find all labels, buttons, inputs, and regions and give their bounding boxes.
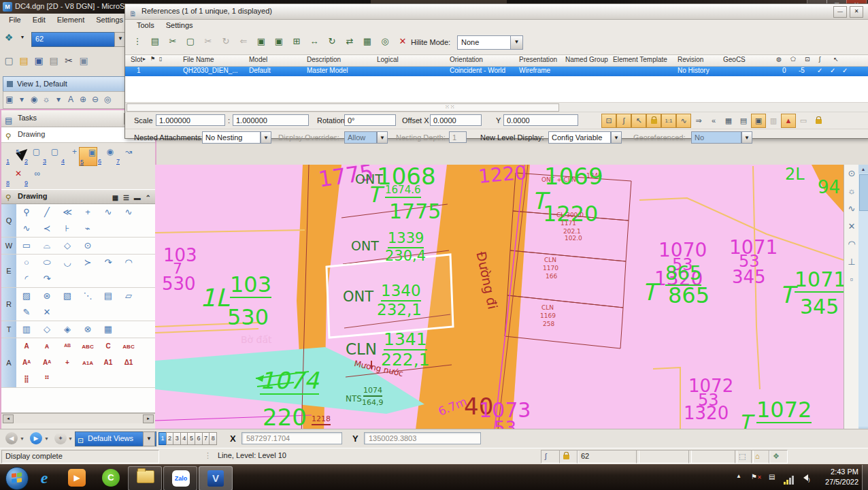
attachment-toggle-icon[interactable]: ⊡ <box>601 114 616 128</box>
task-shortcut-2[interactable]: ▢2 <box>24 147 41 165</box>
palette-tool-icon[interactable]: ╱ <box>37 204 57 220</box>
new-level-display-combo[interactable]: Config Variable <box>548 131 611 144</box>
section-view-icons[interactable]: ▦ ☰ ▬ ⌃ <box>112 191 152 204</box>
dialog-toolbar-icon[interactable]: ⊞ <box>288 34 305 49</box>
palette-tool-icon[interactable]: ◜ <box>16 271 37 287</box>
header-toggle-icon[interactable]: ⊡ <box>805 56 810 63</box>
palette-tool-icon[interactable]: ▨ <box>16 288 37 304</box>
rotation-field[interactable]: 0° <box>344 114 396 126</box>
dialog-hscrollbar[interactable]: ⁙⁙ <box>125 103 868 112</box>
std-toolbar-icon[interactable]: ▢ <box>1 53 16 68</box>
new-level-drop-icon[interactable]: ▼ <box>611 131 622 144</box>
task-shortcut-8[interactable]: ✕8 <box>5 169 22 186</box>
dialog-toolbar-icon[interactable]: ◎ <box>377 34 393 49</box>
palette-tool-icon[interactable]: Aᴬ <box>16 355 37 371</box>
offset-y-field[interactable]: 0.0000 <box>503 114 578 126</box>
view-toolbar-icon[interactable]: ⊖ <box>89 92 101 107</box>
scale-ref-field[interactable]: 1.000000 <box>233 114 309 126</box>
lock-icon[interactable] <box>559 450 578 463</box>
task-shortcut-6[interactable]: ◉6 <box>97 147 114 165</box>
view-toggle-8[interactable]: 8 <box>209 432 217 445</box>
column-header[interactable]: Orientation <box>450 56 483 63</box>
palette-tool-icon[interactable]: ⊗ <box>78 321 98 338</box>
dialog-toolbar-icon[interactable]: ⇐ <box>235 34 252 49</box>
menu-settings[interactable]: Settings <box>96 16 123 24</box>
task-shortcut-4[interactable]: +4 <box>61 147 78 165</box>
dialog-toolbar-icon[interactable]: ▤ <box>147 34 163 49</box>
file-explorer-taskbar-button[interactable] <box>128 466 162 490</box>
dialog-toolbar-icon[interactable]: ✂ <box>165 34 181 49</box>
palette-tool-icon[interactable]: ᴀ <box>37 338 57 355</box>
std-toolbar-icon[interactable]: ▣ <box>31 53 46 68</box>
column-header[interactable]: Named Group <box>565 56 608 63</box>
view-tool-icon[interactable]: ⊙ <box>844 165 859 182</box>
dialog-toolbar-icon[interactable]: ⇄ <box>341 34 358 49</box>
palette-tool-icon[interactable]: ▥ <box>16 321 37 338</box>
view-toolbar-icon[interactable]: A <box>65 92 77 107</box>
attachment-toggle-icon[interactable]: ▤ <box>736 114 751 128</box>
georeferenced-drop-icon[interactable]: ▼ <box>741 131 752 144</box>
palette-tool-icon[interactable]: ≻ <box>78 255 98 271</box>
column-header[interactable]: Revision <box>678 56 703 63</box>
attachment-toggle-icon[interactable]: ▭ <box>796 114 811 128</box>
menu-element[interactable]: Element <box>57 16 84 24</box>
task-shortcut-9[interactable]: ∞9 <box>24 169 41 186</box>
palette-tool-icon[interactable]: ⠛ <box>37 371 57 387</box>
attachment-toggle-icon[interactable]: « <box>706 114 721 128</box>
attachment-toggle-icon[interactable]: ↖ <box>631 114 646 128</box>
view-toolbar-icon[interactable]: ◉ <box>28 92 40 107</box>
nested-drop-icon[interactable]: ▼ <box>261 131 271 144</box>
palette-tool-icon[interactable]: A1A <box>78 355 98 372</box>
coccoc-browser-icon[interactable]: C <box>102 469 120 487</box>
attachment-toggle-icon[interactable]: ▥ <box>766 114 781 128</box>
attachment-toggle-icon[interactable]: ▣ <box>751 114 766 128</box>
column-header[interactable]: Description <box>307 56 341 63</box>
attachment-toggle-icon[interactable]: ʃ <box>616 114 631 128</box>
view-tool-icon[interactable]: ▫ <box>844 271 859 289</box>
std-toolbar-icon[interactable]: ✂ <box>61 53 76 68</box>
task-shortcut-3[interactable]: ▢3 <box>42 147 59 165</box>
palette-tool-icon[interactable]: ABC <box>78 339 98 355</box>
dialog-close-icon[interactable]: ✕ <box>850 6 863 18</box>
scroll-left-icon[interactable]: ◂ <box>3 414 14 423</box>
std-toolbar-icon[interactable]: ▣ <box>76 53 91 68</box>
scroll-right-icon[interactable]: ▸ <box>143 414 154 423</box>
std-toolbar-icon[interactable]: ▤ <box>16 53 31 68</box>
task-shortcut-7[interactable]: ↝7 <box>116 147 133 165</box>
palette-tool-icon[interactable]: ᴬᴮ <box>57 338 78 355</box>
palette-tool-icon[interactable]: ↷ <box>98 255 118 271</box>
attachment-toggle-icon[interactable]: ⇒ <box>691 114 706 128</box>
column-header[interactable]: Presentation <box>519 56 557 63</box>
back-button[interactable]: ◀ <box>5 432 18 444</box>
palette-tool-icon[interactable]: + <box>78 204 98 220</box>
column-header[interactable]: Model <box>249 56 267 63</box>
column-header[interactable]: Logical <box>377 56 399 63</box>
dialog-toolbar-icon[interactable]: ▦ <box>359 34 375 49</box>
column-header[interactable]: File Name <box>183 56 214 63</box>
dialog-minimize-icon[interactable]: — <box>833 6 847 18</box>
palette-tool-icon[interactable]: + <box>57 355 78 371</box>
dialog-titlebar[interactable]: 🗎 References (1 of 1 unique, 1 displayed… <box>125 4 868 20</box>
dialog-toolbar-icon[interactable]: ✂ <box>200 34 216 49</box>
show-desktop-button[interactable] <box>862 465 868 490</box>
palette-tool-icon[interactable]: ↷ <box>37 271 57 287</box>
nested-attachments-combo[interactable]: No Nesting <box>202 131 261 144</box>
rights-shield-icon[interactable]: ❖ <box>769 450 788 463</box>
view-tool-icon[interactable]: ✕ <box>844 218 859 235</box>
dialog-toolbar-icon[interactable]: ✕ <box>395 34 411 49</box>
dialog-toolbar-icon[interactable]: ▣ <box>253 34 269 49</box>
column-header[interactable]: GeoCS <box>723 56 746 63</box>
scrollbar-thumb[interactable] <box>859 174 868 211</box>
palette-tool-icon[interactable]: A1 <box>98 355 118 371</box>
task-shortcut-5[interactable]: ▣5 <box>79 147 97 166</box>
view-toolbar-icon[interactable]: ▾ <box>16 92 28 107</box>
view-tool-icon[interactable]: ⊥ <box>844 253 859 271</box>
dialog-toolbar-icon[interactable]: ▢ <box>182 34 199 49</box>
palette-tool-icon[interactable]: ≺ <box>37 220 57 237</box>
palette-tool-icon[interactable]: ⬭ <box>37 255 57 271</box>
header-toggle-icon[interactable]: ↖ <box>833 56 839 63</box>
palette-tool-icon[interactable]: ◠ <box>118 255 139 271</box>
palette-tool-icon[interactable]: ABC <box>118 339 139 355</box>
palette-tool-icon[interactable]: ▭ <box>16 238 37 254</box>
palette-tool-icon[interactable]: ⊙ <box>78 238 98 254</box>
